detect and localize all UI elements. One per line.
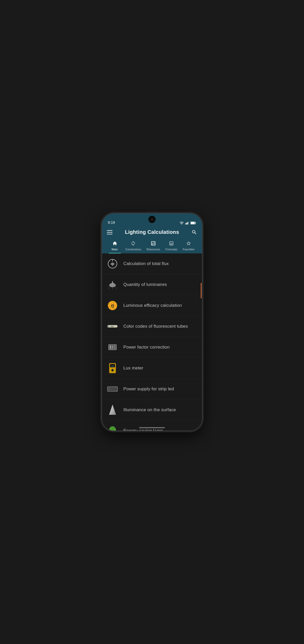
home-icon [112,241,117,247]
cone-icon [107,404,118,416]
signal-icon [185,221,189,225]
tab-resources[interactable]: Resources [144,239,163,253]
phone-frame: 9:19 Lighti [102,213,202,431]
power-supply-icon [107,383,118,395]
tab-favorites-label: Favorites [183,248,194,251]
efficacy-label: Luminous efficacy calculation [123,303,182,308]
svg-rect-22 [112,345,113,349]
formulas-icon [169,241,174,247]
svg-rect-17 [107,325,109,328]
list-item-energylamp[interactable]: Energy saving lamp [102,420,202,431]
strippower-label: Power supply for strip led [123,386,174,392]
svg-marker-36 [109,405,116,415]
conversions-icon [131,241,136,247]
meter-icon: LUX [107,362,118,374]
powerfactor-label: Power factor correction [123,345,170,350]
svg-rect-3 [188,221,189,224]
svg-rect-0 [185,223,186,224]
list-item-illuminance[interactable]: Illuminance on the surface [102,400,202,420]
svg-rect-31 [108,387,117,391]
luxmeter-label: Lux meter [123,366,143,371]
home-indicator [139,427,165,428]
svg-rect-2 [187,222,188,225]
resources-icon [151,241,156,247]
luminaires-label: Quantity of luminaires [123,282,167,287]
flux-label: Calculation of total flux [123,261,169,266]
tab-formulas[interactable]: Formulas [163,239,180,253]
efficacy-icon: η [107,300,118,311]
list-item-luxmeter[interactable]: LUX Lux meter [102,358,202,379]
lamp-icon [107,279,118,290]
list-item-flux[interactable]: Φ Calculation of total flux [102,253,202,274]
svg-rect-23 [114,345,115,349]
app-title: Lighting Calculations [125,229,179,235]
svg-rect-21 [110,345,111,349]
svg-rect-12 [112,281,113,284]
leaf-icon [107,425,118,431]
colorcodes-label: Color codes of fluorescent tubes [123,324,188,329]
app-header: Lighting Calculations Main [102,227,202,253]
header-top: Lighting Calculations [107,229,197,238]
flux-icon: Φ [107,258,118,269]
menu-button[interactable] [107,230,113,234]
svg-rect-6 [191,222,195,224]
list-item-powerfactor[interactable]: Power factor correction [102,337,202,358]
battery-icon [190,221,196,225]
svg-point-28 [112,370,113,371]
wifi-icon [180,221,184,225]
energylamp-label: Energy saving lamp [123,428,163,431]
camera-notch [148,216,156,223]
svg-rect-5 [195,222,196,224]
tab-resources-label: Resources [147,248,160,251]
svg-rect-1 [186,223,187,224]
list-item-strippower[interactable]: Power supply for strip led [102,379,202,400]
tab-bar: Main Conversions Resources [107,238,197,253]
list-item-colorcodes[interactable]: 840 Color codes of fluorescent tubes [102,316,202,337]
tab-main-label: Main [112,248,118,251]
tube-icon: 840 [107,321,118,332]
scroll-indicator [201,283,202,298]
tab-main[interactable]: Main [107,239,123,253]
search-button[interactable] [191,229,197,235]
tab-conversions-label: Conversions [125,248,141,251]
svg-text:840: 840 [111,326,114,327]
tab-conversions[interactable]: Conversions [123,239,144,253]
list-item-efficacy[interactable]: η Luminous efficacy calculation [102,295,202,316]
status-time: 9:19 [108,220,115,225]
status-icons [180,221,196,225]
list-item-luminaires[interactable]: Quantity of luminaires [102,274,202,295]
illuminance-label: Illuminance on the surface [123,407,176,412]
tab-favorites[interactable]: Favorites [180,239,197,253]
main-content: Φ Calculation of total flux Quantity [102,253,202,431]
star-icon [186,241,191,247]
svg-line-13 [108,287,109,289]
svg-text:Φ: Φ [111,262,114,267]
svg-line-15 [116,287,117,289]
capacitor-icon [107,342,118,353]
tab-formulas-label: Formulas [165,248,177,251]
svg-text:LUX: LUX [111,365,114,367]
